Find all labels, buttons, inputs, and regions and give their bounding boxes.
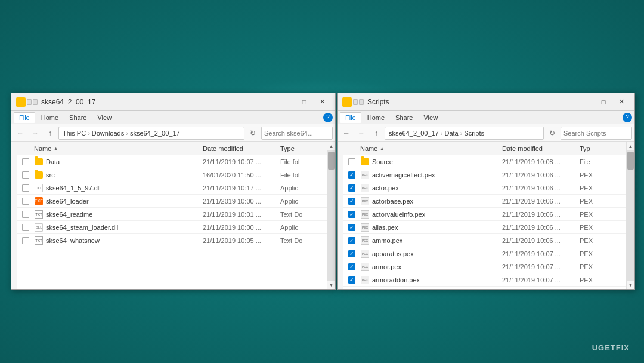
tab-file-left[interactable]: File: [14, 112, 35, 123]
table-row[interactable]: ✓ PEX actor.pex 21/11/2019 10:06 ... PEX: [343, 182, 626, 195]
table-row[interactable]: ✓ PEX actorvalueinfo.pex 21/11/2019 10:0…: [343, 208, 626, 221]
tab-home-left[interactable]: Home: [36, 113, 63, 122]
minimize-button-left[interactable]: —: [278, 96, 295, 108]
close-button-left[interactable]: ✕: [314, 96, 330, 108]
search-input-right[interactable]: [564, 130, 644, 137]
checkbox[interactable]: ✓: [348, 211, 355, 218]
row-check[interactable]: ✓: [348, 237, 360, 244]
row-check[interactable]: ✓: [348, 250, 360, 257]
row-check[interactable]: ✓: [348, 263, 360, 270]
header-type-right[interactable]: Typ: [580, 145, 621, 152]
row-check[interactable]: [348, 158, 360, 165]
checkbox[interactable]: [348, 158, 355, 165]
help-button-right[interactable]: ?: [623, 113, 632, 122]
refresh-button-left[interactable]: ↻: [246, 127, 259, 140]
checkbox[interactable]: ✓: [348, 276, 355, 284]
scrollbar-right[interactable]: ▲ ▼: [626, 142, 634, 289]
window-left-title: skse64_2_00_17: [41, 98, 274, 106]
scroll-down-left[interactable]: ▼: [327, 281, 336, 289]
row-check[interactable]: [22, 171, 34, 179]
back-button-right[interactable]: ←: [340, 127, 353, 140]
table-row[interactable]: TXT skse64_readme 21/11/2019 10:01 ... T…: [17, 208, 327, 221]
scroll-down-right[interactable]: ▼: [627, 281, 635, 289]
header-date-left[interactable]: Date modified: [203, 145, 280, 152]
table-row[interactable]: EXE skse64_loader 21/11/2019 10:00 ... A…: [17, 195, 327, 208]
checkbox[interactable]: ✓: [348, 171, 355, 179]
header-name-left[interactable]: Name ▲: [34, 145, 203, 152]
checkbox[interactable]: [22, 237, 29, 244]
row-check[interactable]: [22, 158, 34, 165]
table-row[interactable]: ✓ PEX armoraddon.pex 21/11/2019 10:07 ..…: [343, 273, 626, 287]
table-row[interactable]: ✓ PEX actorbase.pex 21/11/2019 10:06 ...…: [343, 195, 626, 208]
address-path-left[interactable]: This PC › Downloads › skse64_2_00_17: [58, 127, 244, 140]
checkbox[interactable]: ✓: [348, 237, 355, 244]
row-check[interactable]: [22, 237, 34, 244]
row-check[interactable]: ✓: [348, 276, 360, 284]
tab-share-left[interactable]: Share: [64, 113, 91, 122]
search-box-right[interactable]: 🔍: [561, 127, 632, 140]
table-row[interactable]: Source 21/11/2019 10:08 ... File: [343, 155, 626, 168]
table-row[interactable]: ✓ PEX apparatus.pex 21/11/2019 10:07 ...…: [343, 247, 626, 260]
table-row[interactable]: ✓ PEX ammo.pex 21/11/2019 10:06 ... PEX: [343, 234, 626, 247]
table-row[interactable]: src 16/01/2020 11:50 ... File fol: [17, 168, 327, 182]
maximize-button-right[interactable]: □: [595, 96, 612, 108]
scroll-up-right[interactable]: ▲: [627, 142, 635, 150]
forward-button-left[interactable]: →: [29, 127, 42, 140]
checkbox[interactable]: [22, 224, 29, 231]
search-box-left[interactable]: 🔍: [261, 127, 333, 140]
table-row[interactable]: DLL skse64_1_5_97.dll 21/11/2019 10:17 .…: [17, 182, 327, 195]
table-row[interactable]: ✓ PEX art.pex 21/11/2019 10:07 ... PEX: [343, 287, 626, 289]
row-check[interactable]: [22, 224, 34, 231]
back-button-left[interactable]: ←: [14, 127, 27, 140]
up-button-left[interactable]: ↑: [44, 127, 57, 140]
checkbox[interactable]: ✓: [348, 224, 355, 231]
minimize-button-right[interactable]: —: [577, 96, 594, 108]
scroll-track-left[interactable]: [327, 150, 335, 281]
help-button-left[interactable]: ?: [323, 113, 333, 122]
close-button-right[interactable]: ✕: [613, 96, 630, 108]
refresh-button-right[interactable]: ↻: [546, 127, 559, 140]
header-name-right[interactable]: Name ▲: [360, 145, 502, 152]
checkbox[interactable]: ✓: [348, 250, 355, 257]
table-row[interactable]: ✓ PEX activemagiceffect.pex 21/11/2019 1…: [343, 168, 626, 182]
row-check[interactable]: ✓: [348, 184, 360, 192]
maximize-button-left[interactable]: □: [296, 96, 312, 108]
file-date: 21/11/2019 10:08 ...: [502, 158, 580, 165]
row-check[interactable]: [22, 184, 34, 192]
row-check[interactable]: ✓: [348, 224, 360, 231]
tab-view-right[interactable]: View: [419, 113, 442, 122]
scrollbar-left[interactable]: ▲ ▼: [327, 142, 335, 289]
address-path-right[interactable]: skse64_2_00_17 › Data › Scripts: [385, 127, 544, 140]
tab-view-left[interactable]: View: [92, 113, 116, 122]
checkbox[interactable]: ✓: [348, 184, 355, 192]
table-row[interactable]: ✓ PEX armor.pex 21/11/2019 10:07 ... PEX: [343, 260, 626, 273]
row-check[interactable]: [22, 211, 34, 218]
row-check[interactable]: [22, 198, 34, 205]
scroll-up-left[interactable]: ▲: [327, 142, 336, 150]
search-input-left[interactable]: [264, 130, 346, 137]
tab-home-right[interactable]: Home: [363, 113, 389, 122]
header-type-left[interactable]: Type: [280, 145, 322, 152]
checkbox[interactable]: ✓: [348, 198, 355, 205]
checkbox[interactable]: ✓: [348, 263, 355, 270]
tab-share-right[interactable]: Share: [391, 113, 417, 122]
checkbox[interactable]: [22, 198, 29, 205]
up-button-right[interactable]: ↑: [370, 127, 383, 140]
table-row[interactable]: TXT skse64_whatsnew 21/11/2019 10:05 ...…: [17, 234, 327, 247]
file-type: PEX: [580, 224, 621, 231]
table-row[interactable]: ✓ PEX alias.pex 21/11/2019 10:06 ... PEX: [343, 221, 626, 234]
header-date-right[interactable]: Date modified: [502, 145, 580, 152]
checkbox[interactable]: [22, 184, 29, 192]
checkbox[interactable]: [22, 158, 29, 165]
row-check[interactable]: ✓: [348, 211, 360, 218]
table-row[interactable]: DLL skse64_steam_loader.dll 21/11/2019 1…: [17, 221, 327, 234]
forward-button-right[interactable]: →: [355, 127, 368, 140]
row-check[interactable]: ✓: [348, 198, 360, 205]
table-row[interactable]: Data 21/11/2019 10:07 ... File fol: [17, 155, 327, 168]
tab-file-right[interactable]: File: [340, 112, 361, 123]
checkbox[interactable]: [22, 211, 29, 218]
file-date: 21/11/2019 10:07 ...: [502, 250, 580, 257]
scroll-track-right[interactable]: [627, 150, 634, 281]
row-check[interactable]: ✓: [348, 171, 360, 179]
checkbox[interactable]: [22, 171, 29, 179]
